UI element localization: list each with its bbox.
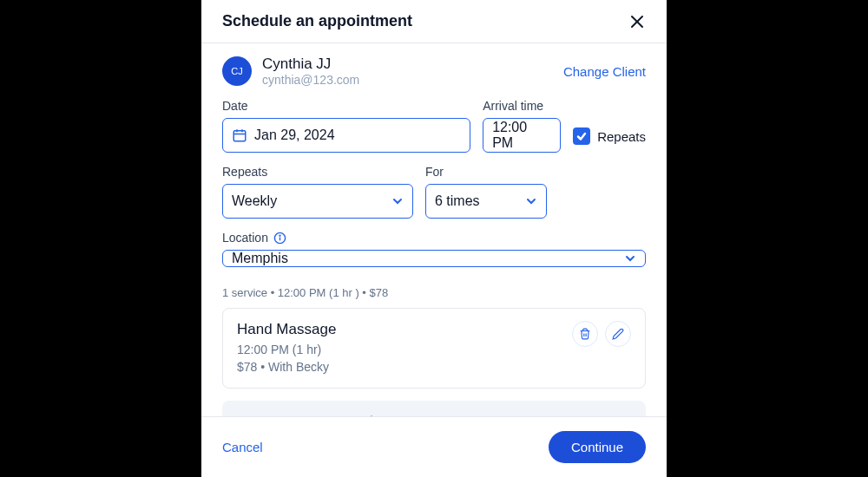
delete-service-button[interactable] (572, 321, 598, 347)
client-email: cynthia@123.com (262, 73, 359, 87)
repeats-field-label: Repeats (222, 165, 413, 179)
checkmark-icon (576, 131, 587, 141)
edit-service-button[interactable] (605, 321, 631, 347)
calendar-icon (232, 127, 247, 143)
add-service-label: Add Another Service (385, 415, 504, 416)
service-card: Hand Massage 12:00 PM (1 hr) $78 • With … (222, 308, 646, 389)
service-details: Hand Massage 12:00 PM (1 hr) $78 • With … (237, 321, 336, 376)
continue-button[interactable]: Continue (549, 431, 646, 463)
for-select[interactable]: 6 times (425, 184, 547, 219)
modal-body[interactable]: CJ Cynthia JJ cynthia@123.com Change Cli… (201, 43, 667, 416)
modal-title: Schedule an appointment (222, 12, 412, 30)
location-select[interactable]: Memphis (222, 250, 646, 267)
close-icon (630, 15, 644, 29)
client-info: CJ Cynthia JJ cynthia@123.com (222, 56, 359, 87)
add-another-service-button[interactable]: Add Another Service (222, 401, 646, 416)
info-icon[interactable] (273, 232, 286, 245)
avatar: CJ (222, 56, 252, 86)
arrival-time-label: Arrival time (483, 99, 561, 113)
chevron-down-icon (525, 195, 537, 207)
repeats-checkbox-label: Repeats (597, 129, 646, 144)
date-value: Jan 29, 2024 (254, 127, 335, 143)
client-name: Cynthia JJ (262, 56, 359, 73)
pencil-icon (612, 328, 624, 340)
svg-rect-2 (233, 131, 246, 141)
services-summary: 1 service • 12:00 PM (1 hr ) • $78 (222, 286, 646, 299)
chevron-down-icon (391, 195, 404, 207)
date-input[interactable]: Jan 29, 2024 (222, 118, 470, 153)
repeats-checkbox[interactable] (573, 127, 590, 145)
plus-icon (365, 415, 378, 416)
modal-header: Schedule an appointment (201, 0, 667, 43)
modal-footer: Cancel Continue (201, 416, 667, 477)
trash-icon (579, 328, 591, 340)
location-value: Memphis (232, 251, 288, 266)
service-title: Hand Massage (237, 321, 336, 338)
service-price-staff: $78 • With Becky (237, 359, 336, 376)
repeats-value: Weekly (232, 193, 277, 209)
cancel-button[interactable]: Cancel (222, 440, 263, 454)
chevron-down-icon (624, 252, 636, 265)
date-label: Date (222, 99, 470, 113)
for-field-label: For (425, 165, 547, 179)
arrival-time-value: 12:00 PM (492, 120, 551, 151)
svg-point-8 (279, 235, 280, 236)
location-label: Location (222, 231, 268, 245)
repeats-select[interactable]: Weekly (222, 184, 413, 219)
arrival-time-input[interactable]: 12:00 PM (483, 118, 561, 153)
schedule-appointment-modal: Schedule an appointment CJ Cynthia JJ cy… (201, 0, 667, 477)
client-row: CJ Cynthia JJ cynthia@123.com Change Cli… (222, 56, 646, 87)
for-value: 6 times (435, 193, 480, 209)
change-client-link[interactable]: Change Client (563, 64, 646, 79)
close-button[interactable] (628, 13, 646, 30)
service-time: 12:00 PM (1 hr) (237, 342, 336, 359)
